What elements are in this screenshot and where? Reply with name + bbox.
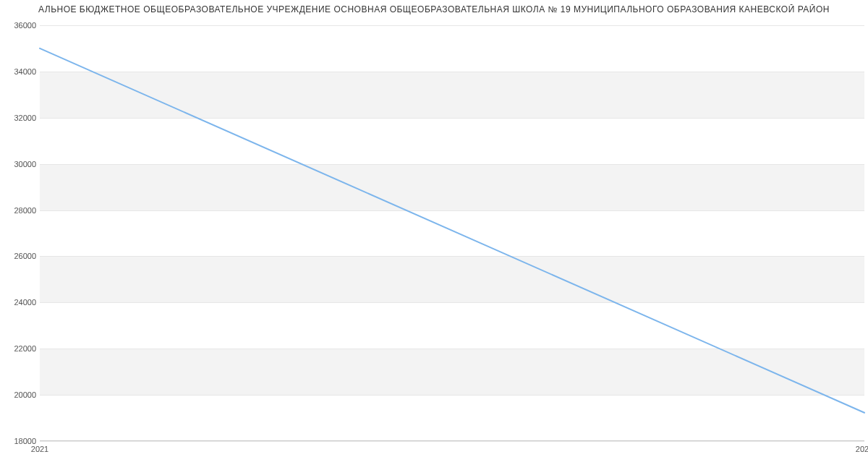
- y-tick-label: 24000: [4, 298, 36, 307]
- x-tick-label: 2024: [856, 445, 868, 453]
- y-tick-label: 30000: [4, 160, 36, 168]
- plot-area: [40, 25, 864, 441]
- y-tick-label: 26000: [4, 252, 36, 260]
- y-tick-label: 22000: [4, 344, 36, 353]
- y-tick-label: 34000: [4, 67, 36, 76]
- chart-title: АЛЬНОЕ БЮДЖЕТНОЕ ОБЩЕОБРАЗОВАТЕЛЬНОЕ УЧР…: [0, 4, 868, 14]
- chart-container: АЛЬНОЕ БЮДЖЕТНОЕ ОБЩЕОБРАЗОВАТЕЛЬНОЕ УЧР…: [0, 0, 868, 470]
- y-tick-label: 32000: [4, 114, 36, 122]
- y-tick-label: 28000: [4, 206, 36, 215]
- x-tick-label: 2021: [31, 445, 48, 453]
- line-series: [40, 25, 864, 440]
- y-tick-label: 20000: [4, 390, 36, 399]
- gridline: [40, 441, 864, 442]
- y-tick-label: 36000: [4, 21, 36, 30]
